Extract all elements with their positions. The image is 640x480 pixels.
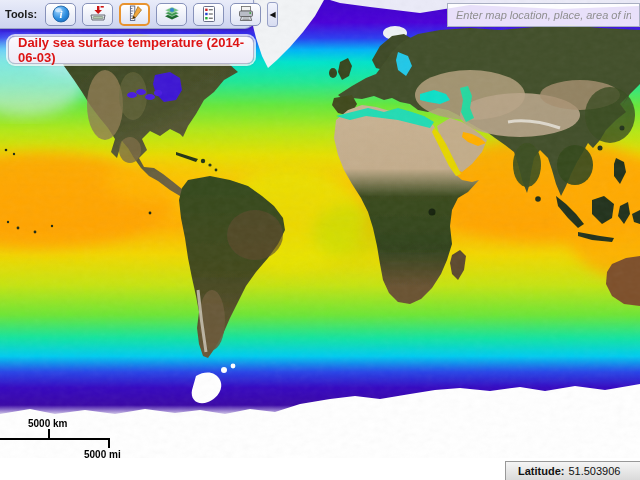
map-scale-bar: 5000 km 5000 mi <box>0 418 140 460</box>
measure-tool-button[interactable] <box>119 3 150 26</box>
map-layer-title: Daily sea surface temperature (2014-06-0… <box>8 36 254 64</box>
latitude-value: 51.503906 <box>568 465 620 477</box>
scale-mi-label: 5000 mi <box>84 449 121 460</box>
scale-km-label: 5000 km <box>28 418 67 429</box>
map-search-input[interactable] <box>447 3 640 27</box>
toolbar-collapse-handle[interactable]: ◀ <box>267 2 278 27</box>
world-map-canvas[interactable] <box>0 0 640 480</box>
collapse-arrow-icon: ◀ <box>270 10 276 19</box>
tools-label: Tools: <box>5 8 37 20</box>
legend-tool-button[interactable] <box>193 3 224 26</box>
identify-tool-button[interactable]: i <box>45 3 76 26</box>
scale-mi-tick <box>108 440 110 448</box>
map-application: Tools: i <box>0 0 640 480</box>
layers-icon <box>162 4 182 24</box>
toolbar: Tools: i <box>0 0 254 29</box>
info-globe-icon: i <box>51 4 71 24</box>
scale-bar-line <box>0 438 110 440</box>
latitude-readout: Latitude: 51.503906 <box>505 461 640 480</box>
export-download-icon <box>88 4 108 24</box>
print-tool-button[interactable] <box>230 3 261 26</box>
latitude-label: Latitude: <box>518 465 564 477</box>
ruler-pencil-icon <box>125 4 145 24</box>
layers-tool-button[interactable] <box>156 3 187 26</box>
legend-list-icon <box>199 4 219 24</box>
printer-icon <box>236 4 256 24</box>
scale-km-tick <box>48 429 50 438</box>
map-layer-title-text: Daily sea surface temperature (2014-06-0… <box>18 35 253 65</box>
export-tool-button[interactable] <box>82 3 113 26</box>
